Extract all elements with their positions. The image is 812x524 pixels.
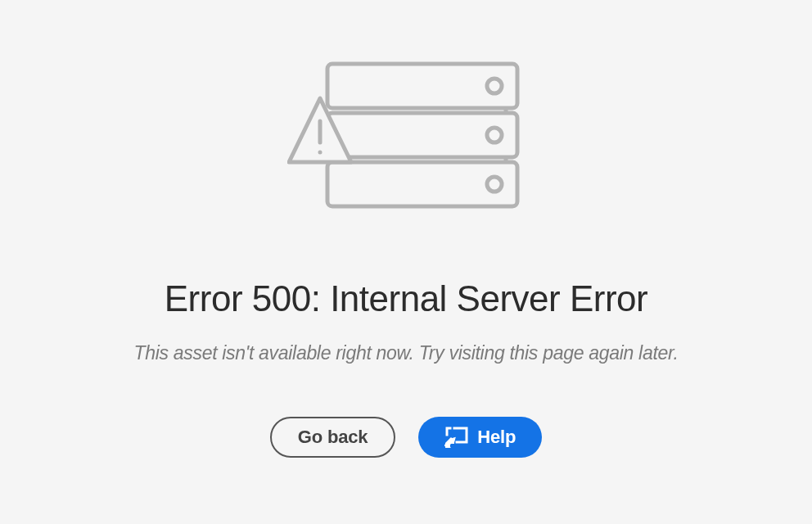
svg-point-9 [318, 151, 323, 155]
help-button[interactable]: Help [418, 417, 542, 458]
svg-point-3 [487, 128, 502, 142]
help-icon [444, 426, 469, 449]
error-title: Error 500: Internal Server Error [165, 278, 647, 319]
server-error-illustration [287, 52, 525, 219]
go-back-label: Go back [298, 427, 368, 448]
error-page: Error 500: Internal Server Error This as… [0, 0, 812, 524]
svg-point-5 [487, 177, 502, 192]
svg-point-1 [487, 79, 502, 93]
action-row: Go back [270, 417, 542, 458]
help-label: Help [477, 427, 516, 448]
go-back-button[interactable]: Go back [270, 417, 395, 458]
error-message: This asset isn't available right now. Tr… [133, 342, 678, 364]
